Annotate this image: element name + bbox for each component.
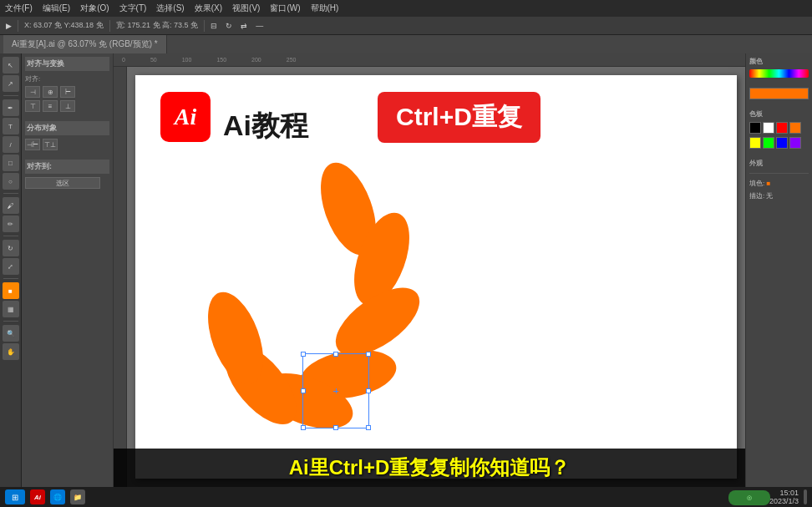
toolbar-align[interactable]: ⊟ [208,21,220,31]
separator-3 [204,20,205,32]
handle-ml[interactable] [301,388,306,393]
toolbar-stroke[interactable]: — [253,21,266,31]
ruler-tick-2: 50 [150,57,157,63]
menu-file[interactable]: 文件(F) [5,3,33,14]
taskbar-folder[interactable]: 📁 [70,489,85,504]
tool-scale[interactable]: ⤢ [3,258,19,275]
align-top-btn[interactable]: ⊤ [25,100,40,112]
ruler-tick-4: 150 [216,57,226,63]
separator-1 [18,20,18,32]
swatch-black[interactable] [749,122,761,134]
canvas-area: 0 50 100 150 200 250 Ai Ai教程 Ctrl+D重复 [114,53,745,487]
menu-text[interactable]: 文字(T) [119,3,147,14]
tool-type[interactable]: T [3,118,19,134]
toolbar-coords: X: 63.07 免 Y:438.18 免 [22,19,106,32]
handle-tr[interactable] [366,352,371,357]
tool-gradient[interactable]: ▦ [3,301,19,317]
menu-effect[interactable]: 效果(X) [195,3,222,14]
tool-rect[interactable]: □ [3,155,19,171]
tool-brush[interactable]: 🖌 [3,197,19,214]
swatch-white[interactable] [763,122,774,134]
color-spectrum[interactable] [749,69,809,78]
tool-hand[interactable]: ✋ [3,343,19,360]
panel-row-align: 对齐: [25,74,109,84]
align-right-btn[interactable]: ⊢ [60,86,75,98]
toolbar-size: 宽: 175.21 免 高: 73.5 免 [114,19,201,32]
tool-sep-3 [3,236,18,236]
panel-left-title2: 分布对象 [25,121,109,135]
align-to-btn[interactable]: 选区 [25,177,100,189]
taskbar-date: 2023/1/3 [769,497,799,505]
taskbar-ai[interactable]: Ai [30,489,45,504]
menu-view[interactable]: 视图(V) [232,3,260,14]
swatch-blue[interactable] [776,137,788,149]
color-swatch-row-2 [749,137,809,149]
swatch-red[interactable] [776,122,788,134]
tool-pencil[interactable]: ✏ [3,215,19,232]
taskbar-time: 15:01 [779,489,799,497]
artboard[interactable]: Ai Ai教程 Ctrl+D重复 [135,75,737,479]
align-left-btn[interactable]: ⊣ [25,86,40,98]
shortcut-badge: Ctrl+D重复 [378,92,540,143]
tool-ellipse[interactable]: ○ [3,173,19,190]
swatch-purple[interactable] [789,137,801,149]
tool-pen[interactable]: ✒ [3,99,19,116]
tool-zoom[interactable]: 🔍 [3,325,19,342]
menu-edit[interactable]: 编辑(E) [43,3,70,14]
toolbar-flip[interactable]: ⇄ [238,21,250,31]
swatch-yellow[interactable] [749,137,761,149]
panel-row-btns2: ⊤ ≡ ⊥ [25,100,109,112]
panel-left-title: 对齐与变换 [25,57,109,71]
handle-tl[interactable] [301,352,306,357]
handle-tm[interactable] [333,352,338,357]
appearance-fill: 填色: ■ [749,179,809,188]
handle-bm[interactable] [333,425,338,430]
menu-help[interactable]: 帮助(H) [311,3,339,14]
tool-rotate[interactable]: ↻ [3,240,19,256]
taskbar-show-desktop[interactable] [804,489,807,504]
menu-select[interactable]: 选择(S) [156,3,184,14]
shortcut-badge-text: Ctrl+D重复 [396,100,522,134]
main-layout: ↖ ↗ ✒ T / □ ○ 🖌 ✏ ↻ ⤢ ■ ▦ 🔍 ✋ 对齐与变换 对齐: … [0,53,812,487]
toolbar-rotate[interactable]: ↻ [223,21,235,31]
panel-right-title: 颜色 [749,57,809,66]
swatch-orange[interactable] [789,122,801,134]
tool-select[interactable]: ↖ [3,57,19,74]
taskbar-start[interactable]: ⊞ [5,489,25,504]
dist-btn1[interactable]: ⊣⊢ [25,139,40,150]
align-center-btn[interactable]: ⊕ [43,86,58,98]
handle-br[interactable] [366,425,371,430]
panel-row-dist: ⊣⊢ ⊤⊥ [25,139,109,150]
panel-left: 对齐与变换 对齐: ⊣ ⊕ ⊢ ⊤ ≡ ⊥ 分布对象 ⊣⊢ ⊤⊥ 对齐到: 选区 [22,53,114,487]
taskbar-browser[interactable]: 🌐 [50,489,65,504]
tool-line[interactable]: / [3,136,19,153]
taskbar-corner-widget: ◎ [728,490,770,505]
menu-window[interactable]: 窗口(W) [270,3,300,14]
toolbar-select[interactable]: ▶ [3,21,14,31]
tool-sep-2 [3,193,18,194]
panel-divider [749,173,809,174]
subtitle-text: Ai里Ctrl+D重复复制你知道吗？ [289,454,571,481]
panel-appearance-title: 外观 [749,159,809,168]
ruler-tick-3: 100 [182,57,192,63]
panel-right: 颜色 色板 外观 填色: ■ 描边: 无 [745,53,812,487]
selection-center-v [336,388,337,393]
align-bottom-btn[interactable]: ⊥ [60,100,75,112]
ruler-left [114,67,127,487]
tool-fill[interactable]: ■ [3,282,19,299]
ai-logo-text: Ai [175,104,196,130]
swatch-green[interactable] [763,137,774,149]
handle-mr[interactable] [366,388,371,393]
ruler-top: 0 50 100 150 200 250 [114,53,745,67]
color-preview[interactable] [749,88,809,99]
menu-object[interactable]: 对象(O) [80,3,109,14]
align-middle-btn[interactable]: ≡ [43,100,58,112]
panel-align-to-title: 对齐到: [25,160,109,174]
tool-direct-select[interactable]: ↗ [3,75,19,92]
taskbar-time-block: 15:01 2023/1/3 [769,489,799,505]
ruler-tick-5: 200 [251,57,261,63]
tab-file1[interactable]: Ai重复[A].ai @ 63.07% 免 (RGB/预览) * [3,35,167,53]
handle-bl[interactable] [301,425,306,430]
tab-bar: Ai重复[A].ai @ 63.07% 免 (RGB/预览) * [0,35,812,53]
dist-btn2[interactable]: ⊤⊥ [43,139,58,150]
